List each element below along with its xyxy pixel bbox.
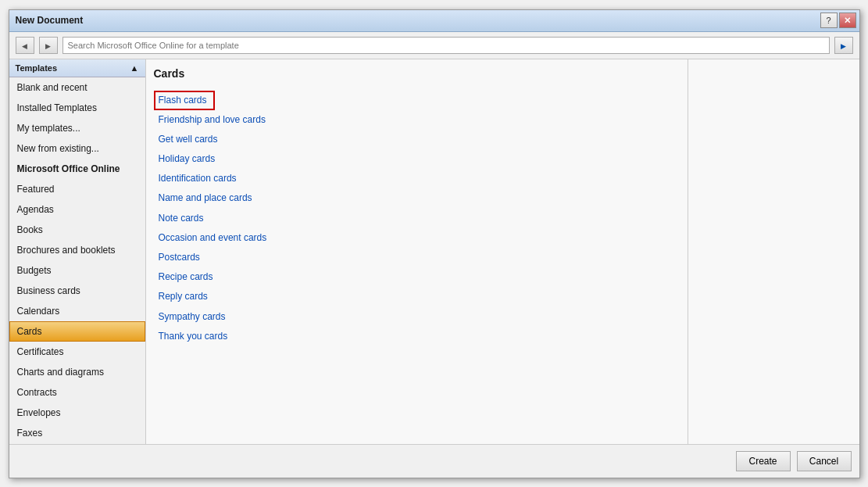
sidebar-collapse-icon: ▲	[130, 63, 139, 73]
card-link-note[interactable]: Note cards	[154, 209, 680, 228]
card-link-name-place[interactable]: Name and place cards	[154, 188, 680, 208]
search-go-icon	[841, 40, 846, 51]
right-panel	[688, 59, 859, 444]
main-panel: Cards Flash cardsFriendship and love car…	[146, 59, 688, 444]
sidebar-item-my-templates[interactable]: My templates...	[9, 118, 145, 138]
card-link-thank-you[interactable]: Thank you cards	[154, 327, 680, 346]
card-link-recipe[interactable]: Recipe cards	[154, 267, 680, 287]
sidebar-item-new-from-existing[interactable]: New from existing...	[9, 138, 145, 159]
card-link-postcards[interactable]: Postcards	[154, 248, 680, 267]
toolbar	[9, 32, 859, 59]
back-arrow-icon	[22, 40, 27, 51]
card-link-holiday[interactable]: Holiday cards	[154, 149, 680, 169]
title-bar: New Document ? ✕	[9, 10, 859, 32]
section-title: Cards	[154, 67, 680, 83]
sidebar-items-container: Blank and recentInstalled TemplatesMy te…	[9, 77, 145, 444]
card-links-container: Flash cardsFriendship and love cardsGet …	[154, 91, 680, 346]
sidebar-item-blank-recent[interactable]: Blank and recent	[9, 77, 145, 98]
sidebar-item-calendars[interactable]: Calendars	[9, 301, 145, 321]
window-title: New Document	[16, 15, 84, 26]
sidebar-item-ms-online: Microsoft Office Online	[9, 159, 145, 179]
sidebar: Templates ▲ Blank and recentInstalled Te…	[9, 59, 146, 444]
close-button[interactable]: ✕	[839, 13, 856, 28]
search-go-button[interactable]	[834, 37, 853, 54]
sidebar-item-installed-templates[interactable]: Installed Templates	[9, 98, 145, 118]
title-bar-controls: ? ✕	[820, 13, 856, 28]
help-button[interactable]: ?	[820, 13, 838, 28]
sidebar-item-agendas[interactable]: Agendas	[9, 199, 145, 220]
sidebar-item-featured[interactable]: Featured	[9, 179, 145, 199]
card-link-occasion-event[interactable]: Occasion and event cards	[154, 228, 680, 248]
card-link-friendship-love[interactable]: Friendship and love cards	[154, 110, 680, 130]
sidebar-item-business-cards[interactable]: Business cards	[9, 281, 145, 301]
sidebar-item-faxes[interactable]: Faxes	[9, 423, 145, 443]
card-link-reply[interactable]: Reply cards	[154, 287, 680, 306]
content-area: Templates ▲ Blank and recentInstalled Te…	[9, 59, 859, 444]
sidebar-item-budgets[interactable]: Budgets	[9, 260, 145, 281]
footer: Create Cancel	[9, 444, 859, 478]
sidebar-title: Templates	[16, 63, 58, 73]
new-document-window: New Document ? ✕ Templates ▲ Blank and r…	[9, 9, 860, 478]
back-button[interactable]	[16, 37, 34, 54]
create-button[interactable]: Create	[736, 451, 791, 471]
forward-button[interactable]	[39, 37, 58, 54]
sidebar-item-books[interactable]: Books	[9, 220, 145, 240]
card-link-flash-cards[interactable]: Flash cards	[154, 91, 215, 110]
card-link-identification[interactable]: Identification cards	[154, 169, 680, 188]
cancel-button[interactable]: Cancel	[797, 451, 852, 471]
card-link-sympathy[interactable]: Sympathy cards	[154, 307, 680, 327]
forward-arrow-icon	[45, 40, 51, 51]
sidebar-item-certificates[interactable]: Certificates	[9, 342, 145, 362]
sidebar-item-envelopes[interactable]: Envelopes	[9, 403, 145, 423]
sidebar-header: Templates ▲	[9, 59, 145, 77]
card-link-get-well[interactable]: Get well cards	[154, 130, 680, 149]
search-input[interactable]	[63, 37, 830, 54]
sidebar-item-contracts[interactable]: Contracts	[9, 382, 145, 403]
sidebar-item-cards[interactable]: Cards	[9, 321, 145, 342]
sidebar-item-brochures-booklets[interactable]: Brochures and booklets	[9, 240, 145, 260]
sidebar-item-charts-diagrams[interactable]: Charts and diagrams	[9, 362, 145, 382]
